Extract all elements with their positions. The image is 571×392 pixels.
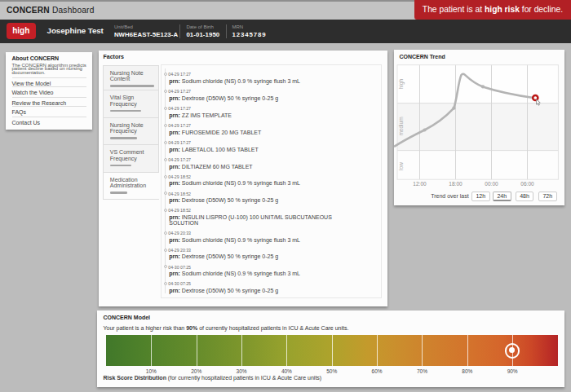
svg-text:high: high — [398, 78, 405, 89]
svg-text:medium: medium — [398, 117, 404, 135]
svg-text:low: low — [398, 162, 404, 170]
svg-text:12:00: 12:00 — [413, 181, 427, 187]
svg-text:18:00: 18:00 — [449, 181, 463, 187]
svg-text:00:00: 00:00 — [485, 181, 498, 187]
svg-text:06:00: 06:00 — [520, 181, 534, 187]
